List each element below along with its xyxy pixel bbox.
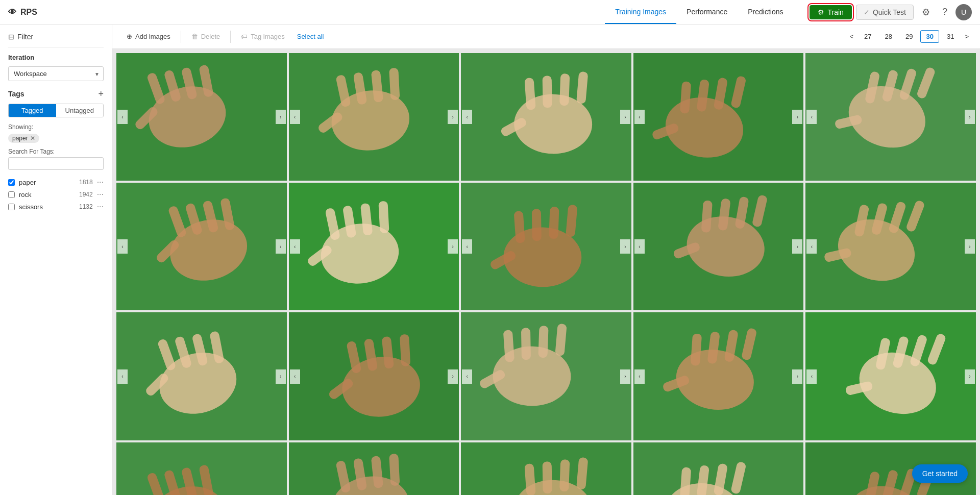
add-tag-button[interactable]: + bbox=[98, 89, 104, 98]
tag-count-paper: 1818 bbox=[79, 179, 93, 186]
image-nav-left[interactable]: ‹ bbox=[117, 110, 128, 124]
image-nav-left[interactable]: ‹ bbox=[462, 369, 472, 384]
tags-header: Tags + bbox=[8, 89, 104, 98]
image-nav-left[interactable]: ‹ bbox=[290, 110, 300, 124]
help-icon: ? bbox=[942, 7, 947, 17]
tag-name-paper: paper bbox=[19, 179, 75, 186]
tag-images-button[interactable]: 🏷 Tag images bbox=[235, 30, 290, 43]
tag-checkbox-paper[interactable] bbox=[8, 179, 15, 186]
image-nav-right[interactable]: › bbox=[792, 239, 802, 254]
settings-button[interactable]: ⚙ bbox=[918, 5, 934, 20]
image-nav-right[interactable]: › bbox=[620, 369, 630, 384]
image-cell[interactable]: ‹› bbox=[633, 53, 804, 181]
remove-tag-chip-button[interactable]: ✕ bbox=[30, 135, 35, 141]
image-nav-left[interactable]: ‹ bbox=[117, 239, 128, 254]
iteration-wrapper: Workspace bbox=[8, 66, 104, 81]
tab-performance[interactable]: Performance bbox=[676, 0, 738, 24]
page-28-button[interactable]: 28 bbox=[879, 30, 898, 43]
image-cell[interactable]: ‹› bbox=[805, 53, 976, 181]
tag-checkbox-scissors[interactable] bbox=[8, 204, 15, 210]
image-cell[interactable]: ‹› bbox=[116, 183, 287, 310]
image-cell[interactable]: ‹› bbox=[461, 442, 631, 495]
top-navigation: 👁 RPS Training Images Performance Predic… bbox=[0, 0, 980, 24]
add-images-button[interactable]: ⊕ Add images bbox=[120, 30, 177, 43]
next-page-button[interactable]: > bbox=[962, 31, 972, 42]
image-nav-left[interactable]: ‹ bbox=[290, 239, 300, 254]
showing-label: Showing: bbox=[8, 123, 104, 131]
tag-more-paper[interactable]: ··· bbox=[97, 178, 104, 186]
page-31-button[interactable]: 31 bbox=[941, 30, 960, 43]
tab-training-images[interactable]: Training Images bbox=[605, 0, 676, 24]
tag-icon: 🏷 bbox=[241, 33, 248, 40]
image-nav-left[interactable]: ‹ bbox=[806, 369, 817, 384]
tag-name-scissors: scissors bbox=[19, 203, 75, 211]
tag-checkbox-rock[interactable] bbox=[8, 191, 15, 198]
settings-icon: ⚙ bbox=[922, 7, 930, 17]
tag-more-scissors[interactable]: ··· bbox=[97, 203, 104, 211]
image-cell[interactable]: ‹› bbox=[805, 183, 976, 310]
avatar[interactable]: U bbox=[955, 4, 972, 20]
image-cell[interactable]: ‹› bbox=[289, 183, 459, 310]
image-nav-left[interactable]: ‹ bbox=[634, 369, 645, 384]
page-30-button[interactable]: 30 bbox=[920, 30, 939, 43]
image-nav-right[interactable]: › bbox=[792, 369, 802, 384]
image-nav-left[interactable]: ‹ bbox=[634, 239, 645, 254]
image-nav-right[interactable]: › bbox=[448, 369, 458, 384]
tag-more-rock[interactable]: ··· bbox=[97, 190, 104, 199]
image-cell[interactable]: ‹› bbox=[461, 312, 631, 440]
image-nav-right[interactable]: › bbox=[965, 369, 975, 384]
search-tags-input[interactable] bbox=[8, 157, 104, 170]
image-grid: ‹›‹›‹›‹›‹›‹›‹›‹›‹›‹›‹›‹›‹›‹›‹›‹›‹›‹›‹›‹› bbox=[116, 53, 976, 495]
image-cell[interactable]: ‹› bbox=[633, 442, 804, 495]
image-nav-left[interactable]: ‹ bbox=[290, 369, 300, 384]
image-nav-left[interactable]: ‹ bbox=[634, 110, 645, 124]
image-cell[interactable]: ‹› bbox=[289, 442, 459, 495]
image-cell[interactable]: ‹› bbox=[116, 312, 287, 440]
train-button[interactable]: ⚙ Train bbox=[810, 5, 851, 19]
iteration-select[interactable]: Workspace bbox=[8, 66, 104, 81]
image-nav-right[interactable]: › bbox=[276, 369, 286, 384]
image-grid-container[interactable]: ‹›‹›‹›‹›‹›‹›‹›‹›‹›‹›‹›‹›‹›‹›‹›‹›‹›‹›‹›‹› bbox=[112, 49, 980, 495]
content-toolbar: ⊕ Add images 🗑 Delete 🏷 Tag images Selec… bbox=[112, 24, 980, 49]
image-nav-right[interactable]: › bbox=[448, 239, 458, 254]
image-cell[interactable]: ‹› bbox=[805, 312, 976, 440]
delete-button[interactable]: 🗑 Delete bbox=[185, 30, 227, 43]
page-27-button[interactable]: 27 bbox=[859, 30, 877, 43]
image-nav-left[interactable]: ‹ bbox=[462, 239, 472, 254]
untagged-tab[interactable]: Untagged bbox=[56, 104, 104, 117]
image-cell[interactable]: ‹› bbox=[116, 53, 287, 181]
image-cell[interactable]: ‹› bbox=[461, 183, 631, 310]
active-tag-chip: paper ✕ bbox=[8, 134, 39, 143]
add-images-icon: ⊕ bbox=[127, 33, 132, 40]
image-nav-right[interactable]: › bbox=[448, 110, 458, 124]
logo-eye-icon: 👁 bbox=[8, 8, 16, 17]
prev-page-button[interactable]: < bbox=[846, 31, 856, 42]
select-all-button[interactable]: Select all bbox=[293, 30, 328, 43]
image-nav-left[interactable]: ‹ bbox=[806, 110, 817, 124]
image-nav-right[interactable]: › bbox=[276, 110, 286, 124]
image-nav-right[interactable]: › bbox=[620, 110, 630, 124]
image-cell[interactable]: ‹› bbox=[633, 312, 804, 440]
image-cell[interactable]: ‹› bbox=[633, 183, 804, 310]
image-nav-right[interactable]: › bbox=[965, 239, 975, 254]
delete-icon: 🗑 bbox=[191, 33, 198, 40]
image-cell[interactable]: ‹› bbox=[116, 442, 287, 495]
image-nav-right[interactable]: › bbox=[965, 110, 975, 124]
image-nav-right[interactable]: › bbox=[620, 239, 630, 254]
image-nav-left[interactable]: ‹ bbox=[462, 110, 472, 124]
tagged-tab[interactable]: Tagged bbox=[9, 104, 56, 117]
image-cell[interactable]: ‹› bbox=[461, 53, 631, 181]
nav-right-controls: ⚙ Train ✓ Quick Test ⚙ ? U bbox=[810, 4, 972, 20]
image-cell[interactable]: ‹› bbox=[289, 312, 459, 440]
filter-row[interactable]: ⊟ Filter bbox=[8, 33, 104, 47]
image-nav-right[interactable]: › bbox=[276, 239, 286, 254]
image-nav-left[interactable]: ‹ bbox=[806, 239, 817, 254]
page-29-button[interactable]: 29 bbox=[900, 30, 918, 43]
quick-test-button[interactable]: ✓ Quick Test bbox=[856, 5, 914, 20]
help-button[interactable]: ? bbox=[938, 5, 951, 19]
tab-predictions[interactable]: Predictions bbox=[738, 0, 793, 24]
image-cell[interactable]: ‹› bbox=[289, 53, 459, 181]
image-nav-left[interactable]: ‹ bbox=[117, 369, 128, 384]
image-nav-right[interactable]: › bbox=[792, 110, 802, 124]
get-started-button[interactable]: Get started bbox=[912, 464, 968, 483]
